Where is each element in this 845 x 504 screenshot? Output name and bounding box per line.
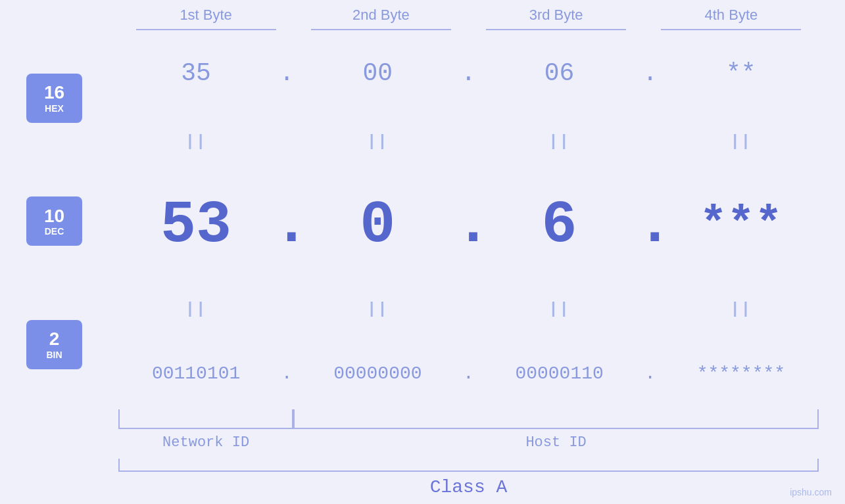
main-container: 1st Byte 2nd Byte 3rd Byte 4th Byte 16 H…	[0, 0, 845, 504]
dec-badge: 10 DEC	[26, 196, 82, 246]
byte-header-1: 1st Byte	[118, 7, 293, 29]
hex-badge: 16 HEX	[26, 74, 82, 123]
byte-header-3: 3rd Byte	[469, 7, 644, 29]
bin-byte4: ********	[664, 363, 819, 384]
main-content: 16 HEX 10 DEC 2 BIN 35 .	[26, 37, 819, 406]
eq1-b3: ||	[482, 133, 637, 150]
eq1-b4: ||	[664, 133, 819, 150]
hex-byte3: 06	[482, 59, 637, 87]
eq1-b1: ||	[118, 133, 274, 150]
hex-number: 16	[44, 83, 64, 103]
bracket-seg-4	[644, 29, 819, 30]
byte-header-2: 2nd Byte	[293, 7, 468, 29]
network-bracket	[118, 409, 293, 429]
eq2-b2: ||	[300, 300, 455, 318]
hex-byte4: **	[664, 59, 819, 87]
dec-number: 10	[44, 206, 64, 227]
top-bracket-row	[118, 29, 819, 30]
bin-row: 00110101 . 00000000 . 00000110 .	[118, 363, 819, 384]
dec-byte4: ***	[664, 202, 819, 248]
hex-dot2: .	[456, 59, 482, 87]
hex-label: HEX	[45, 103, 64, 114]
bottom-section: Network ID Host ID	[118, 409, 819, 451]
bottom-labels: Network ID Host ID	[118, 434, 819, 451]
bin-badge: 2 BIN	[26, 320, 82, 369]
byte-header-4: 4th Byte	[644, 7, 819, 29]
dec-byte1: 53	[118, 196, 274, 255]
bin-dot2: .	[456, 363, 482, 384]
dec-byte2: 0	[300, 196, 455, 255]
watermark: ipshu.com	[790, 487, 832, 497]
network-id-label: Network ID	[118, 434, 293, 451]
hex-dot1: .	[274, 59, 300, 87]
bracket-seg-2	[293, 29, 468, 30]
bin-byte1: 00110101	[118, 363, 274, 384]
bin-dot1: .	[274, 363, 300, 384]
bracket-seg-3	[469, 29, 644, 30]
hex-byte1: 35	[118, 59, 274, 87]
bin-byte3: 00000110	[482, 363, 637, 384]
dec-dot2: .	[456, 196, 482, 255]
bin-number: 2	[49, 329, 60, 350]
host-bracket	[293, 409, 819, 429]
data-grid: 35 . 00 . 06 . **	[118, 37, 819, 406]
bin-label: BIN	[46, 350, 62, 360]
bracket-line-3	[486, 29, 626, 30]
eq1-b2: ||	[300, 133, 455, 150]
eq2-b3: ||	[482, 300, 637, 318]
eq2-b1: ||	[118, 300, 274, 318]
dec-dot3: .	[637, 196, 664, 255]
dec-byte3: 6	[482, 196, 637, 255]
bottom-brackets	[118, 409, 819, 429]
dec-row: 53 . 0 . 6 . ***	[118, 196, 819, 255]
bin-dot3: .	[637, 363, 664, 384]
header-row: 1st Byte 2nd Byte 3rd Byte 4th Byte	[118, 7, 819, 29]
bracket-seg-1	[118, 29, 293, 30]
bracket-line-1	[136, 29, 276, 30]
eq2-b4: ||	[664, 300, 819, 318]
label-col: 16 HEX 10 DEC 2 BIN	[26, 37, 118, 406]
class-bracket	[118, 459, 819, 472]
host-id-label: Host ID	[293, 434, 819, 451]
hex-byte2: 00	[300, 59, 455, 87]
class-section: Class A	[118, 459, 819, 497]
hex-row: 35 . 00 . 06 . **	[118, 59, 819, 87]
dec-dot1: .	[274, 196, 300, 255]
bracket-line-2	[311, 29, 451, 30]
dec-label: DEC	[45, 226, 64, 237]
equals-row-2: || || || ||	[118, 300, 819, 318]
class-label: Class A	[118, 477, 819, 497]
equals-row-1: || || || ||	[118, 133, 819, 150]
bracket-line-4	[661, 29, 801, 30]
hex-dot3: .	[637, 59, 664, 87]
bin-byte2: 00000000	[300, 363, 455, 384]
